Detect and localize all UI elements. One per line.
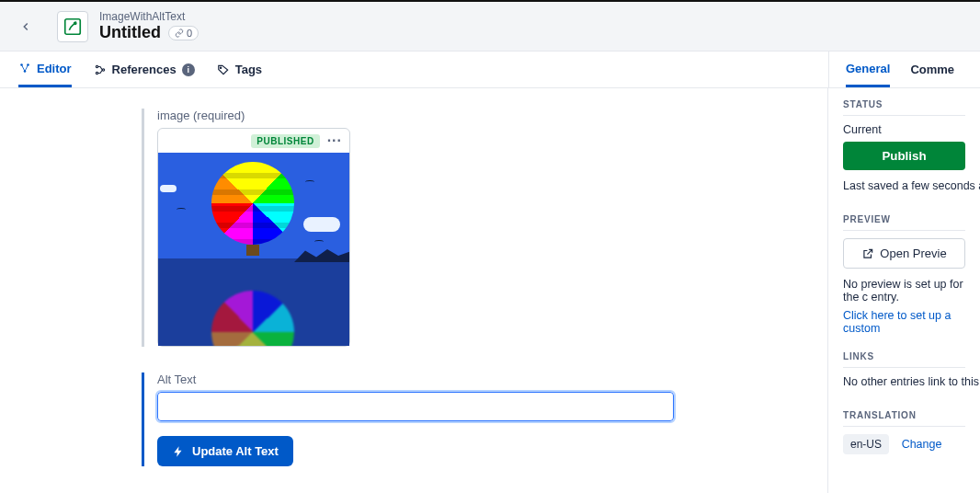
status-heading: STATUS xyxy=(843,99,965,116)
asset-status-badge: PUBLISHED xyxy=(251,134,319,148)
locale-chip: en-US xyxy=(843,434,889,454)
tab-tags-label: Tags xyxy=(235,63,262,76)
entry-title: Untitled xyxy=(99,23,161,42)
incoming-links-count: 0 xyxy=(187,28,192,39)
alt-text-label: Alt Text xyxy=(157,373,800,386)
lightning-icon xyxy=(172,445,185,458)
no-preview-text: No preview is set up for the c entry. xyxy=(843,278,965,304)
tab-editor-label: Editor xyxy=(37,62,72,75)
sidebar-tab-comments-label: Comme xyxy=(910,63,954,76)
svg-point-6 xyxy=(96,72,97,74)
image-field-label: image (required) xyxy=(157,109,800,122)
back-button[interactable] xyxy=(11,12,40,41)
sidebar-tab-general-label: General xyxy=(846,62,890,75)
status-current: Current xyxy=(843,123,965,136)
incoming-links-pill[interactable]: 0 xyxy=(168,26,199,40)
no-links-text: No other entries link to this e xyxy=(843,375,965,388)
tab-references-label: References xyxy=(112,63,177,76)
publish-button[interactable]: Publish xyxy=(843,142,965,170)
tab-tags[interactable]: Tags xyxy=(217,52,262,87)
svg-point-8 xyxy=(220,66,221,67)
svg-point-5 xyxy=(96,65,97,67)
preview-heading: PREVIEW xyxy=(843,214,965,231)
change-locale-link[interactable]: Change xyxy=(902,438,942,451)
open-preview-label: Open Previe xyxy=(880,246,946,260)
sidebar-tab-comments[interactable]: Comme xyxy=(910,52,954,87)
update-alt-text-label: Update Alt Text xyxy=(192,444,279,458)
update-alt-text-button[interactable]: Update Alt Text xyxy=(157,436,293,466)
content-type-icon xyxy=(57,11,88,42)
open-preview-button[interactable]: Open Previe xyxy=(843,238,965,269)
sidebar-tab-general[interactable]: General xyxy=(846,52,890,87)
asset-card[interactable]: PUBLISHED ··· xyxy=(157,128,350,347)
external-link-icon xyxy=(861,247,874,260)
alt-text-input[interactable] xyxy=(157,392,674,421)
svg-rect-0 xyxy=(65,18,81,34)
setup-preview-link[interactable]: Click here to set up a custom xyxy=(843,309,965,335)
references-badge-icon: i xyxy=(182,63,195,76)
content-type-label: ImageWithAltText xyxy=(99,10,199,23)
translation-heading: TRANSLATION xyxy=(843,410,965,427)
last-saved-text: Last saved a few seconds ago xyxy=(843,179,965,192)
tab-references[interactable]: References i xyxy=(94,52,195,87)
asset-thumbnail xyxy=(158,153,349,346)
svg-point-1 xyxy=(74,22,76,24)
links-heading: LINKS xyxy=(843,351,965,368)
tab-editor[interactable]: Editor xyxy=(18,52,72,87)
asset-menu-button[interactable]: ··· xyxy=(327,132,342,149)
